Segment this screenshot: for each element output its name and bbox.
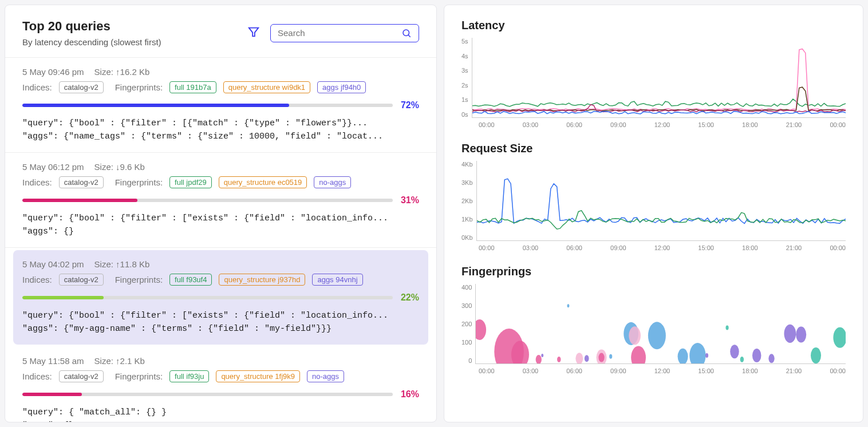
chart-bubble	[705, 353, 708, 358]
progress-bar	[22, 296, 393, 299]
axis-tick: 00:00	[479, 244, 495, 251]
query-size: Size: 11.8 Kb	[94, 259, 150, 269]
fingerprint-chip[interactable]: aggs jf94h0	[317, 81, 366, 93]
chart-bubble	[834, 327, 846, 348]
axis-tick: 00:00	[479, 121, 495, 128]
fingerprint-chip[interactable]: full if93ju	[169, 370, 209, 382]
chart-bubble	[536, 355, 542, 363]
query-size: Size: 2.1 Kb	[94, 356, 145, 366]
index-chip[interactable]: catalog-v2	[59, 274, 104, 286]
query-item[interactable]: 5 May 09:46 pm Size: 16.2 Kb Indices: ca…	[5, 58, 436, 153]
query-code: "query": {"bool" : {"filter" : [{"match"…	[22, 117, 419, 143]
indices-label: Indices:	[22, 82, 52, 92]
request-size-chart-title: Request Size	[461, 142, 846, 155]
page-subtitle: By latency descending (slowest first)	[22, 37, 161, 47]
chart-bubble	[576, 353, 583, 363]
chart-bubble	[476, 319, 486, 340]
chart-bubble	[752, 349, 761, 362]
index-chip[interactable]: catalog-v2	[59, 176, 104, 188]
fingerprints-chart-title: Fingerprings	[461, 265, 846, 278]
svg-marker-0	[249, 28, 259, 37]
fingerprint-chip[interactable]: query_structure wi9dk1	[223, 81, 310, 93]
axis-tick: 06:00	[566, 244, 582, 251]
latency-chart-title: Latency	[461, 19, 846, 32]
axis-tick: 5s	[461, 38, 468, 45]
query-size: Size: 16.2 Kb	[94, 67, 150, 77]
query-item[interactable]: 5 May 04:02 pm Size: 11.8 Kb Indices: ca…	[13, 250, 428, 345]
axis-tick: 300	[461, 302, 472, 309]
svg-line-2	[408, 35, 411, 37]
axis-tick: 12:00	[654, 367, 670, 374]
search-input[interactable]	[278, 28, 401, 38]
axis-tick: 200	[461, 321, 472, 327]
axis-tick: 12:00	[654, 244, 670, 251]
queries-header: Top 20 queries By latency descending (sl…	[5, 5, 436, 58]
request-size-x-axis: 00:0003:0006:0009:0012:0015:0018:0021:00…	[461, 244, 846, 251]
latency-y-axis: 5s4s3s2s1s0s	[461, 38, 472, 118]
chart-bubble	[557, 357, 561, 362]
axis-tick: 1s	[461, 96, 468, 103]
chart-bubble	[678, 349, 688, 363]
progress-bar	[22, 104, 393, 107]
chart-series-line	[477, 179, 846, 223]
fingerprint-chip[interactable]: query_structure j937hd	[219, 274, 305, 286]
chart-bubble	[731, 345, 739, 358]
progress-fill	[22, 296, 104, 299]
axis-tick: 21:00	[786, 244, 802, 251]
query-list[interactable]: 5 May 09:46 pm Size: 16.2 Kb Indices: ca…	[5, 58, 436, 422]
fingerprints-chart-section: Fingerprings 4003002001000 00:0003:0006:…	[461, 265, 846, 374]
progress-pct: 22%	[401, 292, 419, 303]
query-item[interactable]: 5 May 06:12 pm Size: 9.6 Kb Indices: cat…	[5, 153, 436, 248]
chart-bubble	[648, 322, 666, 349]
progress-pct: 31%	[401, 195, 419, 205]
indices-label: Indices:	[22, 371, 52, 381]
query-code: "query": { "match_all": {} } "aggs": {}	[22, 406, 419, 422]
query-timestamp: 5 May 09:46 pm	[22, 67, 84, 77]
index-chip[interactable]: catalog-v2	[59, 370, 104, 382]
fingerprints-label: Fingerprints:	[115, 371, 163, 381]
axis-tick: 03:00	[523, 121, 539, 128]
fingerprint-chip[interactable]: full 191b7a	[169, 81, 216, 93]
axis-tick: 00:00	[479, 367, 495, 374]
fingerprint-chip[interactable]: no-aggs	[314, 176, 351, 188]
chart-bubble	[585, 355, 589, 362]
axis-tick: 06:00	[566, 367, 582, 374]
axis-tick: 15:00	[698, 244, 714, 251]
request-size-plot[interactable]	[476, 161, 846, 241]
axis-tick: 400	[461, 284, 472, 291]
axis-tick: 15:00	[698, 367, 714, 374]
axis-tick: 2s	[461, 82, 468, 89]
progress-bar	[22, 199, 393, 202]
progress-pct: 72%	[401, 100, 419, 110]
request-size-chart-section: Request Size 4Kb3Kb2Kb1Kb0Kb 00:0003:000…	[461, 142, 846, 251]
fingerprint-chip[interactable]: full f93uf4	[169, 274, 212, 286]
axis-tick: 18:00	[742, 367, 758, 374]
progress-bar	[22, 393, 393, 396]
latency-x-axis: 00:0003:0006:0009:0012:0015:0018:0021:00…	[461, 121, 846, 128]
fingerprint-chip[interactable]: query_structure ec0519	[219, 176, 307, 188]
fingerprint-chip[interactable]: full jpdf29	[169, 176, 212, 188]
size-arrow-icon	[116, 162, 120, 172]
query-size: Size: 9.6 Kb	[94, 162, 145, 172]
chart-bubble	[726, 325, 729, 330]
progress-fill	[22, 393, 82, 396]
filter-button[interactable]	[245, 23, 262, 42]
chart-bubble	[629, 326, 641, 345]
fingerprints-plot[interactable]	[475, 284, 846, 364]
svg-point-1	[403, 30, 409, 36]
axis-tick: 00:00	[830, 121, 846, 128]
progress-fill	[22, 104, 289, 107]
fingerprint-chip[interactable]: query_structure 1fj9k9	[216, 370, 300, 382]
query-item[interactable]: 5 May 11:58 am Size: 2.1 Kb Indices: cat…	[5, 347, 436, 422]
queries-panel: Top 20 queries By latency descending (sl…	[5, 5, 437, 422]
latency-plot[interactable]	[472, 38, 846, 118]
chart-bubble	[784, 325, 796, 343]
search-input-wrap[interactable]	[270, 24, 419, 42]
index-chip[interactable]: catalog-v2	[59, 81, 104, 93]
fingerprint-chip[interactable]: aggs 94vnhj	[312, 274, 362, 286]
chart-series-line	[472, 49, 846, 110]
chart-series-line	[472, 111, 846, 113]
axis-tick: 09:00	[610, 121, 626, 128]
fingerprint-chip[interactable]: no-aggs	[307, 370, 344, 382]
progress-pct: 16%	[401, 389, 419, 400]
